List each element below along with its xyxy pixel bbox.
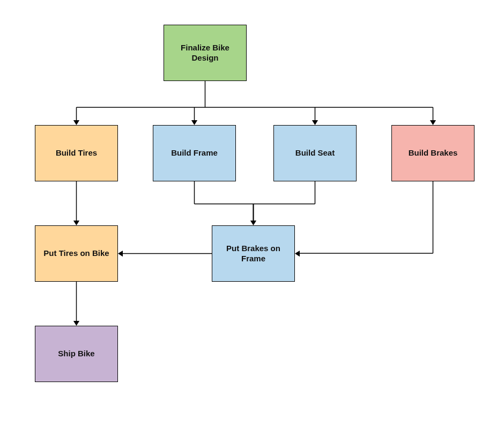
svg-marker-3 [73, 120, 79, 125]
node-label: Ship Bike [58, 349, 94, 359]
svg-marker-23 [73, 321, 79, 326]
svg-marker-11 [73, 221, 79, 225]
node-label: Build Tires [56, 148, 97, 158]
node-ship-bike: Ship Bike [35, 326, 118, 382]
node-finalize-bike-design: Finalize Bike Design [164, 25, 247, 81]
node-put-brakes-on-frame: Put Brakes on Frame [212, 225, 295, 282]
node-build-tires: Build Tires [35, 125, 118, 181]
node-label: Finalize Bike Design [168, 43, 242, 63]
node-build-frame: Build Frame [153, 125, 236, 181]
svg-marker-7 [312, 120, 318, 125]
node-label: Put Brakes on Frame [217, 244, 290, 264]
svg-marker-9 [430, 120, 436, 125]
node-label: Build Brakes [409, 148, 458, 158]
svg-marker-21 [118, 251, 123, 257]
node-label: Put Tires on Bike [43, 248, 109, 259]
svg-marker-19 [295, 251, 300, 257]
node-build-brakes: Build Brakes [391, 125, 475, 181]
svg-marker-5 [191, 120, 197, 125]
node-put-tires-on-bike: Put Tires on Bike [35, 225, 118, 282]
svg-marker-16 [250, 221, 256, 225]
node-build-seat: Build Seat [273, 125, 357, 181]
node-label: Build Frame [171, 148, 218, 158]
node-label: Build Seat [295, 148, 335, 158]
flowchart-canvas: Finalize Bike Design Build Tires Build F… [0, 0, 504, 447]
